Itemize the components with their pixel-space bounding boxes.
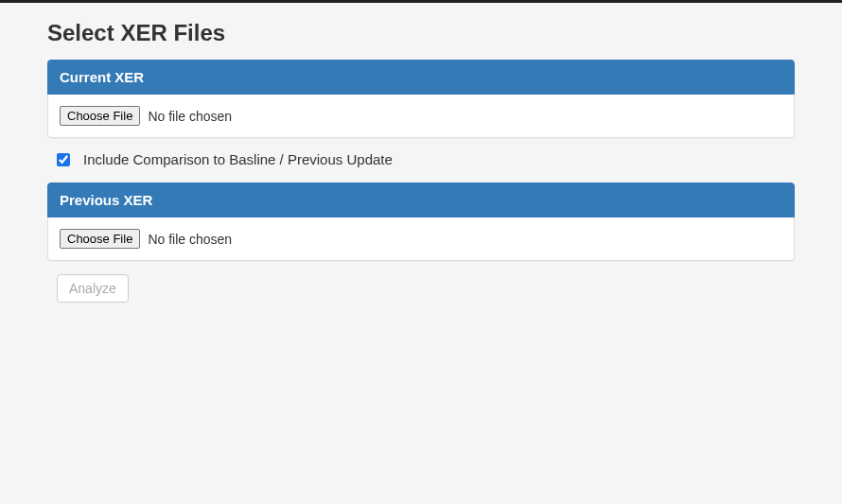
current-xer-file-row: Choose File No file chosen [60,106,782,126]
current-xer-panel: Current XER Choose File No file chosen [47,60,795,138]
include-comparison-label: Include Comparison to Basline / Previous… [83,151,393,167]
main-container: Select XER Files Current XER Choose File… [0,3,842,314]
previous-file-status: No file chosen [148,232,232,247]
current-choose-file-button[interactable]: Choose File [60,106,140,126]
current-xer-body: Choose File No file chosen [48,95,794,137]
current-xer-heading: Current XER [47,60,795,95]
include-comparison-row: Include Comparison to Basline / Previous… [57,151,795,167]
analyze-button[interactable]: Analyze [57,274,129,303]
previous-xer-file-row: Choose File No file chosen [60,229,782,249]
previous-xer-panel: Previous XER Choose File No file chosen [47,182,795,261]
include-comparison-checkbox[interactable] [57,153,70,166]
previous-xer-body: Choose File No file chosen [48,217,794,260]
page-title: Select XER Files [47,20,795,46]
previous-choose-file-button[interactable]: Choose File [60,229,140,249]
current-file-status: No file chosen [148,109,232,124]
previous-xer-heading: Previous XER [47,182,795,217]
